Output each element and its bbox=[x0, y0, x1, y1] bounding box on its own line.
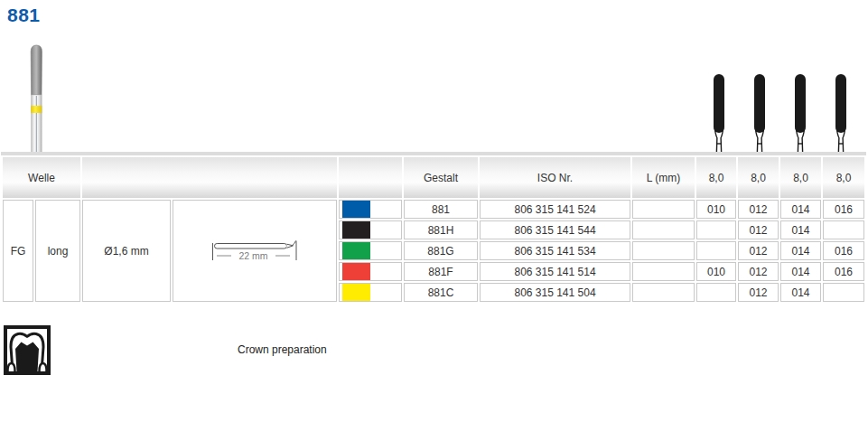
size-cell: 010 bbox=[696, 200, 736, 219]
size-cell: 012 bbox=[738, 283, 779, 302]
size-cell: 014 bbox=[780, 262, 821, 281]
color-swatch bbox=[342, 284, 370, 301]
figure-cell: 881C bbox=[404, 283, 478, 302]
size-cell: 016 bbox=[823, 241, 864, 260]
col-header-size-4: 8,0 bbox=[823, 157, 864, 198]
size-cell: 012 bbox=[738, 262, 779, 281]
col-header-iso: ISO Nr. bbox=[480, 157, 630, 198]
l-cell bbox=[632, 200, 695, 219]
bur-silhouette-icon bbox=[831, 72, 851, 155]
shank-diameter-cell: Ø1,6 mm bbox=[82, 200, 171, 302]
crown-preparation-icon bbox=[4, 325, 51, 375]
figure-cell: 881H bbox=[404, 220, 478, 239]
l-cell bbox=[632, 241, 695, 260]
iso-cell: 806 315 141 544 bbox=[480, 220, 630, 239]
col-header-gestalt: Gestalt bbox=[404, 157, 478, 198]
col-header-size-3: 8,0 bbox=[780, 157, 821, 198]
size-cell: 014 bbox=[780, 241, 821, 260]
iso-cell: 806 315 141 524 bbox=[480, 200, 630, 219]
shaft-drawing-cell: 22 mm bbox=[173, 200, 337, 302]
bur-silhouette-icon bbox=[790, 72, 810, 155]
spec-table: Welle Gestalt ISO Nr. L (mm) 8,0 8,0 8,0… bbox=[1, 152, 866, 304]
col-header-color bbox=[339, 157, 402, 198]
color-swatch bbox=[342, 221, 370, 239]
col-header-welle: Welle bbox=[3, 157, 80, 198]
iso-cell: 806 315 141 534 bbox=[480, 241, 630, 260]
col-header-size-1: 8,0 bbox=[696, 157, 736, 198]
l-cell bbox=[632, 283, 695, 302]
color-swatch bbox=[342, 242, 370, 259]
size-cell bbox=[696, 241, 736, 260]
shank-length-cell: long bbox=[35, 200, 80, 302]
page-title[interactable]: 881 bbox=[7, 5, 41, 26]
size-cell bbox=[823, 220, 864, 239]
size-cell: 012 bbox=[738, 241, 779, 260]
col-header-shape bbox=[82, 157, 337, 198]
size-cell: 012 bbox=[738, 220, 779, 239]
size-cell bbox=[696, 283, 736, 302]
figure-cell: 881G bbox=[404, 241, 478, 260]
bur-photo-icon bbox=[23, 42, 51, 155]
size-cell: 016 bbox=[823, 262, 864, 281]
size-cell: 016 bbox=[823, 200, 864, 219]
col-header-l-mm: L (mm) bbox=[632, 157, 695, 198]
size-cell bbox=[823, 283, 864, 302]
iso-cell: 806 315 141 504 bbox=[480, 283, 630, 302]
application-label: Crown preparation bbox=[238, 343, 327, 356]
color-cell bbox=[339, 241, 402, 260]
shank-type-cell: FG bbox=[3, 200, 33, 302]
col-header-size-2: 8,0 bbox=[738, 157, 779, 198]
size-cell: 010 bbox=[696, 262, 736, 281]
size-cell: 014 bbox=[780, 220, 821, 239]
bur-silhouette-icon bbox=[709, 72, 729, 155]
color-cell bbox=[339, 283, 402, 302]
bur-silhouette-icon bbox=[750, 72, 770, 155]
color-cell bbox=[339, 200, 402, 219]
l-cell bbox=[632, 220, 695, 239]
size-cell: 014 bbox=[780, 283, 821, 302]
color-swatch bbox=[342, 201, 370, 218]
size-cell bbox=[696, 220, 736, 239]
color-swatch bbox=[342, 263, 370, 280]
color-cell bbox=[339, 262, 402, 281]
color-cell bbox=[339, 220, 402, 239]
size-cell: 012 bbox=[738, 200, 779, 219]
figure-cell: 881 bbox=[404, 200, 478, 219]
l-cell bbox=[632, 262, 695, 281]
shaft-length-label: 22 mm bbox=[238, 250, 267, 261]
size-cell: 014 bbox=[780, 200, 821, 219]
figure-cell: 881F bbox=[404, 262, 478, 281]
shaft-drawing-icon: 22 mm bbox=[209, 239, 301, 263]
header-row: Welle Gestalt ISO Nr. L (mm) 8,0 8,0 8,0… bbox=[3, 157, 864, 198]
iso-cell: 806 315 141 514 bbox=[480, 262, 630, 281]
table-row: FG long Ø1,6 mm 22 mm 881 806 315 bbox=[3, 200, 864, 219]
